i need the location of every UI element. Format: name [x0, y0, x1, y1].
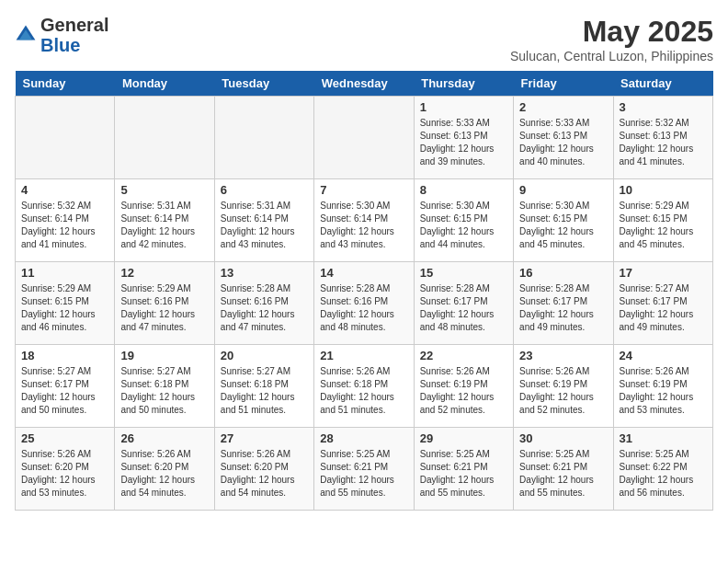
calendar-cell: 2Sunrise: 5:33 AMSunset: 6:13 PMDaylight…: [514, 97, 613, 179]
day-info: Sunrise: 5:30 AMSunset: 6:14 PMDaylight:…: [320, 200, 407, 251]
page-header: General Blue May 2025 Sulucan, Central L…: [15, 15, 713, 63]
calendar-cell: 5Sunrise: 5:31 AMSunset: 6:14 PMDaylight…: [115, 179, 214, 262]
day-number: 22: [420, 349, 507, 362]
day-info: Sunrise: 5:28 AMSunset: 6:17 PMDaylight:…: [519, 282, 607, 334]
day-info: Sunrise: 5:26 AMSunset: 6:20 PMDaylight:…: [120, 448, 208, 500]
day-info: Sunrise: 5:29 AMSunset: 6:15 PMDaylight:…: [620, 200, 707, 251]
day-number: 19: [120, 349, 208, 362]
day-number: 15: [420, 266, 507, 280]
logo-blue-text: Blue: [40, 35, 80, 55]
day-info: Sunrise: 5:27 AMSunset: 6:17 PMDaylight:…: [21, 365, 108, 417]
day-number: 7: [320, 183, 407, 197]
day-info: Sunrise: 5:25 AMSunset: 6:21 PMDaylight:…: [519, 448, 607, 500]
day-info: Sunrise: 5:28 AMSunset: 6:16 PMDaylight:…: [221, 282, 308, 334]
day-info: Sunrise: 5:27 AMSunset: 6:17 PMDaylight:…: [620, 282, 707, 334]
calendar-cell: [16, 97, 115, 179]
calendar-week-row: 1Sunrise: 5:33 AMSunset: 6:13 PMDaylight…: [16, 97, 713, 179]
day-number: 10: [620, 183, 707, 197]
day-info: Sunrise: 5:27 AMSunset: 6:18 PMDaylight:…: [221, 365, 308, 417]
day-info: Sunrise: 5:33 AMSunset: 6:13 PMDaylight:…: [519, 117, 607, 168]
calendar-cell: 26Sunrise: 5:26 AMSunset: 6:20 PMDayligh…: [115, 428, 214, 511]
day-info: Sunrise: 5:32 AMSunset: 6:14 PMDaylight:…: [21, 200, 108, 251]
day-number: 21: [320, 349, 407, 362]
day-info: Sunrise: 5:31 AMSunset: 6:14 PMDaylight:…: [120, 200, 208, 251]
logo-icon: [15, 24, 37, 46]
day-info: Sunrise: 5:29 AMSunset: 6:15 PMDaylight:…: [21, 282, 108, 334]
day-info: Sunrise: 5:26 AMSunset: 6:19 PMDaylight:…: [620, 365, 707, 417]
day-number: 30: [519, 431, 607, 445]
day-number: 29: [420, 431, 507, 445]
day-number: 9: [519, 183, 607, 197]
calendar-cell: 21Sunrise: 5:26 AMSunset: 6:18 PMDayligh…: [314, 345, 414, 428]
day-number: 25: [21, 431, 108, 445]
day-number: 1: [420, 100, 507, 114]
day-info: Sunrise: 5:26 AMSunset: 6:20 PMDaylight:…: [221, 448, 308, 500]
day-number: 27: [221, 431, 308, 445]
col-header-friday: Friday: [514, 71, 613, 97]
calendar-cell: 18Sunrise: 5:27 AMSunset: 6:17 PMDayligh…: [16, 345, 115, 428]
calendar-cell: [314, 97, 414, 179]
month-title: May 2025: [510, 15, 713, 49]
logo-general-text: General: [40, 15, 108, 35]
calendar-cell: 3Sunrise: 5:32 AMSunset: 6:13 PMDaylight…: [613, 97, 712, 179]
calendar-week-row: 4Sunrise: 5:32 AMSunset: 6:14 PMDaylight…: [16, 179, 713, 262]
calendar-cell: 10Sunrise: 5:29 AMSunset: 6:15 PMDayligh…: [613, 179, 712, 262]
day-info: Sunrise: 5:27 AMSunset: 6:18 PMDaylight:…: [120, 365, 208, 417]
day-number: 23: [519, 349, 607, 362]
location-subtitle: Sulucan, Central Luzon, Philippines: [510, 49, 713, 63]
calendar-cell: 15Sunrise: 5:28 AMSunset: 6:17 PMDayligh…: [414, 262, 513, 345]
calendar-cell: 8Sunrise: 5:30 AMSunset: 6:15 PMDaylight…: [414, 179, 513, 262]
day-number: 18: [21, 349, 108, 362]
calendar-week-row: 11Sunrise: 5:29 AMSunset: 6:15 PMDayligh…: [16, 262, 713, 345]
day-number: 4: [21, 183, 108, 197]
calendar-table: SundayMondayTuesdayWednesdayThursdayFrid…: [15, 71, 713, 511]
day-info: Sunrise: 5:26 AMSunset: 6:20 PMDaylight:…: [21, 448, 108, 500]
calendar-cell: 28Sunrise: 5:25 AMSunset: 6:21 PMDayligh…: [314, 428, 414, 511]
calendar-cell: 14Sunrise: 5:28 AMSunset: 6:16 PMDayligh…: [314, 262, 414, 345]
calendar-cell: 4Sunrise: 5:32 AMSunset: 6:14 PMDaylight…: [16, 179, 115, 262]
day-number: 31: [620, 431, 707, 445]
day-number: 20: [221, 349, 308, 362]
day-number: 14: [320, 266, 407, 280]
calendar-cell: 29Sunrise: 5:25 AMSunset: 6:21 PMDayligh…: [414, 428, 513, 511]
calendar-cell: 6Sunrise: 5:31 AMSunset: 6:14 PMDaylight…: [214, 179, 313, 262]
day-number: 17: [620, 266, 707, 280]
calendar-cell: 31Sunrise: 5:25 AMSunset: 6:22 PMDayligh…: [613, 428, 712, 511]
day-number: 2: [519, 100, 607, 114]
col-header-wednesday: Wednesday: [314, 71, 414, 97]
calendar-cell: 11Sunrise: 5:29 AMSunset: 6:15 PMDayligh…: [16, 262, 115, 345]
day-info: Sunrise: 5:31 AMSunset: 6:14 PMDaylight:…: [221, 200, 308, 251]
day-number: 26: [120, 431, 208, 445]
day-info: Sunrise: 5:25 AMSunset: 6:21 PMDaylight:…: [420, 448, 507, 500]
calendar-cell: 25Sunrise: 5:26 AMSunset: 6:20 PMDayligh…: [16, 428, 115, 511]
day-info: Sunrise: 5:25 AMSunset: 6:22 PMDaylight:…: [620, 448, 707, 500]
day-info: Sunrise: 5:26 AMSunset: 6:18 PMDaylight:…: [320, 365, 407, 417]
col-header-sunday: Sunday: [16, 71, 115, 97]
calendar-week-row: 25Sunrise: 5:26 AMSunset: 6:20 PMDayligh…: [16, 428, 713, 511]
day-info: Sunrise: 5:33 AMSunset: 6:13 PMDaylight:…: [420, 117, 507, 168]
calendar-cell: 12Sunrise: 5:29 AMSunset: 6:16 PMDayligh…: [115, 262, 214, 345]
logo: General Blue: [15, 15, 108, 55]
col-header-monday: Monday: [115, 71, 214, 97]
day-number: 13: [221, 266, 308, 280]
calendar-cell: 27Sunrise: 5:26 AMSunset: 6:20 PMDayligh…: [214, 428, 313, 511]
day-info: Sunrise: 5:25 AMSunset: 6:21 PMDaylight:…: [320, 448, 407, 500]
calendar-cell: 1Sunrise: 5:33 AMSunset: 6:13 PMDaylight…: [414, 97, 513, 179]
day-info: Sunrise: 5:30 AMSunset: 6:15 PMDaylight:…: [420, 200, 507, 251]
day-number: 11: [21, 266, 108, 280]
calendar-cell: 20Sunrise: 5:27 AMSunset: 6:18 PMDayligh…: [214, 345, 313, 428]
day-number: 5: [120, 183, 208, 197]
day-info: Sunrise: 5:29 AMSunset: 6:16 PMDaylight:…: [120, 282, 208, 334]
day-number: 6: [221, 183, 308, 197]
calendar-cell: 19Sunrise: 5:27 AMSunset: 6:18 PMDayligh…: [115, 345, 214, 428]
calendar-cell: 17Sunrise: 5:27 AMSunset: 6:17 PMDayligh…: [613, 262, 712, 345]
day-number: 16: [519, 266, 607, 280]
calendar-cell: 30Sunrise: 5:25 AMSunset: 6:21 PMDayligh…: [514, 428, 613, 511]
col-header-tuesday: Tuesday: [214, 71, 313, 97]
day-info: Sunrise: 5:28 AMSunset: 6:16 PMDaylight:…: [320, 282, 407, 334]
day-number: 3: [620, 100, 707, 114]
col-header-thursday: Thursday: [414, 71, 513, 97]
day-number: 28: [320, 431, 407, 445]
day-info: Sunrise: 5:30 AMSunset: 6:15 PMDaylight:…: [519, 200, 607, 251]
day-info: Sunrise: 5:28 AMSunset: 6:17 PMDaylight:…: [420, 282, 507, 334]
